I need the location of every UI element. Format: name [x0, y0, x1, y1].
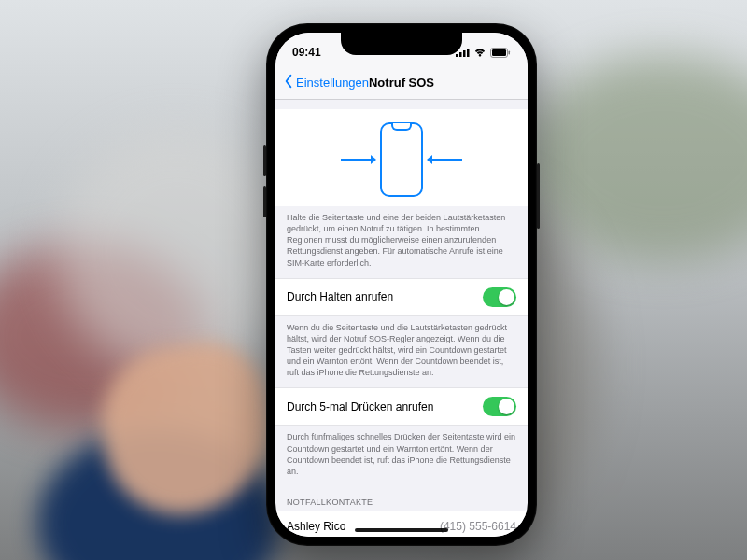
page-title: Notruf SOS	[369, 76, 434, 90]
iphone-device: 09:41 Einstellungen Notruf SOS	[266, 23, 537, 546]
toggle-switch[interactable]	[483, 287, 516, 307]
setting-label: Durch Halten anrufen	[287, 290, 393, 303]
wifi-icon	[473, 48, 486, 57]
status-time: 09:41	[292, 46, 321, 59]
setting-call-with-hold[interactable]: Durch Halten anrufen	[275, 278, 528, 316]
svg-rect-3	[467, 49, 470, 57]
svg-rect-6	[509, 50, 511, 54]
svg-rect-1	[459, 52, 462, 57]
nav-bar: Einstellungen Notruf SOS	[275, 66, 528, 100]
arrow-left-icon	[425, 153, 462, 166]
screen: 09:41 Einstellungen Notruf SOS	[275, 33, 528, 537]
setting-label: Durch 5-mal Drücken anrufen	[287, 400, 433, 413]
setting-call-with-5-presses-help: Durch fünfmaliges schnelles Drücken der …	[275, 426, 528, 486]
section-header-emergency-contacts: NOTFALLKONTAKTE	[275, 486, 528, 511]
toggle-switch[interactable]	[483, 397, 516, 416]
contact-number: (415) 555-6614	[440, 520, 516, 533]
svg-rect-5	[492, 49, 506, 56]
notch	[341, 33, 462, 55]
setting-call-with-5-presses[interactable]: Durch 5-mal Drücken anrufen	[275, 387, 528, 426]
phone-outline-icon	[380, 122, 423, 197]
contact-name: Ashley Rico	[287, 520, 345, 533]
hero-caption: Halte die Seitentaste und eine der beide…	[275, 206, 528, 278]
hero-illustration	[275, 109, 528, 206]
scroll-content[interactable]: Halte die Seitentaste und eine der beide…	[275, 100, 528, 537]
setting-call-with-hold-help: Wenn du die Seitentaste und die Lautstär…	[275, 316, 528, 388]
svg-rect-0	[456, 54, 458, 57]
arrow-right-icon	[341, 153, 378, 166]
emergency-contact-row[interactable]: Ashley Rico (415) 555-6614	[275, 511, 528, 537]
battery-icon	[490, 48, 511, 58]
svg-rect-2	[463, 50, 466, 57]
back-label: Einstellungen	[296, 76, 369, 90]
home-indicator[interactable]	[355, 528, 448, 532]
back-button[interactable]: Einstellungen	[283, 74, 369, 91]
chevron-left-icon	[283, 74, 294, 91]
